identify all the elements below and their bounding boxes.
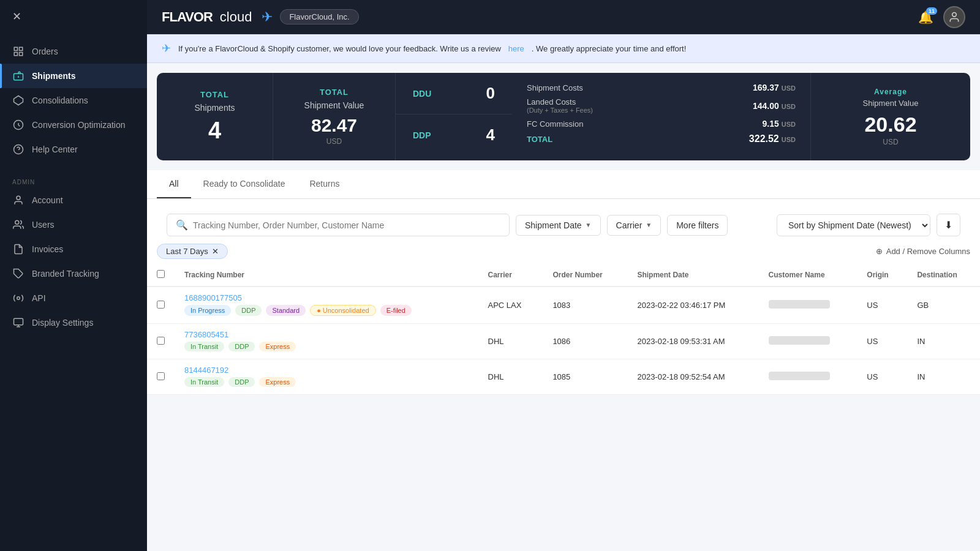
average-card: Average Shipment Value 20.62 USD <box>811 73 970 160</box>
total-value-card: TOTAL Shipment Value 82.47 USD <box>273 73 396 160</box>
total-costs-label: TOTAL <box>527 135 552 144</box>
svg-point-10 <box>17 196 20 200</box>
sidebar-item-invoices[interactable]: Invoices <box>0 237 147 261</box>
admin-nav: ADMIN Account Users Invoices Branded Tra… <box>0 168 147 341</box>
logo-flavor: FLAVOR <box>162 9 213 25</box>
row-checkbox[interactable] <box>157 301 165 309</box>
fc-commission-row: FC Commission 9.15 USD <box>527 119 796 129</box>
svg-point-11 <box>15 220 19 224</box>
tracking-link[interactable]: 8144467192 <box>184 365 469 375</box>
tag-standard: Standard <box>266 305 306 316</box>
sidebar-item-label-display-settings: Display Settings <box>32 318 93 328</box>
svg-marker-6 <box>14 96 23 105</box>
shipment-date-filter[interactable]: Shipment Date ▼ <box>516 215 601 236</box>
branded-tracking-icon <box>12 268 24 280</box>
row-checkbox[interactable] <box>157 337 165 345</box>
shipment-costs-row: Shipment Costs 169.37 USD <box>527 83 796 92</box>
ddp-row: DDP 4 <box>396 114 512 156</box>
col-carrier: Carrier <box>478 264 543 287</box>
select-all-checkbox[interactable] <box>157 270 165 278</box>
tab-all[interactable]: All <box>157 170 191 198</box>
total-costs-value: 322.52 USD <box>749 133 796 144</box>
sidebar-item-shipments[interactable]: Shipments <box>0 64 147 88</box>
more-filters-button[interactable]: More filters <box>667 215 728 236</box>
search-icon: 🔍 <box>176 219 188 231</box>
logo-cloud: cloud <box>220 9 252 25</box>
date-chip-close-icon[interactable]: ✕ <box>212 247 219 256</box>
shipments-table-container: Tracking Number Carrier Order Number Shi… <box>147 264 980 395</box>
table-body: 1688900177505In ProgressDDPStandard●Unco… <box>147 287 980 395</box>
tab-returns[interactable]: Returns <box>297 170 352 198</box>
topbar: FLAVORcloud ✈ FlavorCloud, Inc. 🔔 11 <box>147 0 980 34</box>
topbar-right: 🔔 11 <box>918 6 965 28</box>
tracking-link[interactable]: 1688900177505 <box>184 293 469 302</box>
sidebar-item-display-settings[interactable]: Display Settings <box>0 310 147 335</box>
sidebar-item-consolidations[interactable]: Consolidations <box>0 88 147 113</box>
more-filters-label: More filters <box>676 220 718 230</box>
add-remove-columns-button[interactable]: ⊕ Add / Remove Columns <box>876 247 970 256</box>
sidebar-item-label-consolidations: Consolidations <box>32 96 88 105</box>
avatar-button[interactable] <box>943 6 965 28</box>
sidebar-item-api[interactable]: API <box>0 286 147 310</box>
col-origin: Origin <box>857 264 907 287</box>
shipment-costs-label: Shipment Costs <box>527 83 583 92</box>
sort-select[interactable]: Sort by Shipment Date (Newest)Sort by Sh… <box>777 214 930 236</box>
api-icon <box>12 292 24 304</box>
sidebar-header: ✕ <box>0 0 147 33</box>
row-checkbox[interactable] <box>157 372 165 380</box>
company-selector[interactable]: FlavorCloud, Inc. <box>280 9 358 24</box>
search-input[interactable] <box>193 220 500 230</box>
content-area: ✈ If you're a FlavorCloud & Shopify cust… <box>147 34 980 551</box>
sidebar-item-label-invoices: Invoices <box>32 244 63 254</box>
sidebar-item-label-api: API <box>32 293 46 303</box>
close-button[interactable]: ✕ <box>12 10 21 23</box>
shipments-icon <box>12 70 24 82</box>
total-costs-row: TOTAL 322.52 USD <box>527 133 796 144</box>
banner-link[interactable]: here <box>508 44 524 53</box>
total-value-currency: USD <box>326 137 342 146</box>
main-area: FLAVORcloud ✈ FlavorCloud, Inc. 🔔 11 ✈ I… <box>147 0 980 551</box>
cell-destination: IN <box>907 324 980 359</box>
carrier-filter[interactable]: Carrier ▼ <box>607 215 662 236</box>
banner-text-before: If you're a FlavorCloud & Shopify custom… <box>178 44 501 53</box>
tag-ddp: DDP <box>228 377 255 387</box>
cell-shipment-date: 2023-02-18 09:52:54 AM <box>627 359 758 395</box>
cell-order-number: 1083 <box>543 287 627 324</box>
tab-ready-to-consolidate[interactable]: Ready to Consolidate <box>191 170 298 198</box>
sidebar-item-help[interactable]: Help Center <box>0 137 147 162</box>
sidebar-item-label-orders: Orders <box>32 47 58 56</box>
add-cols-circle-icon: ⊕ <box>876 247 883 256</box>
ddp-value: 4 <box>486 126 495 144</box>
search-box[interactable]: 🔍 <box>167 214 510 236</box>
download-button[interactable]: ⬇ <box>937 214 960 236</box>
cell-origin: US <box>857 287 907 324</box>
tracking-link[interactable]: 7736805451 <box>184 330 469 339</box>
cell-customer-name <box>759 359 858 395</box>
consolidations-icon <box>12 94 24 107</box>
filters-row: 🔍 Shipment Date ▼ Carrier ▼ More filters… <box>157 206 970 241</box>
sidebar-item-users[interactable]: Users <box>0 212 147 237</box>
cost-table: Shipment Costs 169.37 USD Landed Costs (… <box>512 73 811 160</box>
conversion-icon <box>12 119 24 131</box>
svg-rect-3 <box>20 53 23 56</box>
sidebar-item-conversion[interactable]: Conversion Optimization <box>0 113 147 137</box>
sidebar-item-orders[interactable]: Orders <box>0 39 147 64</box>
table-row: 8144467192In TransitDDPExpressDHL1085202… <box>147 359 980 395</box>
help-icon <box>12 143 24 156</box>
sidebar-item-label-conversion: Conversion Optimization <box>32 120 126 130</box>
banner-icon: ✈ <box>162 42 171 55</box>
carrier-chevron-icon: ▼ <box>646 222 652 228</box>
table-header: Tracking Number Carrier Order Number Shi… <box>147 264 980 287</box>
customer-name-blurred <box>769 336 830 345</box>
customer-name-blurred <box>769 300 830 309</box>
ddu-value: 0 <box>486 84 495 103</box>
carrier-label: Carrier <box>616 220 643 230</box>
svg-rect-1 <box>20 47 23 50</box>
date-chip[interactable]: Last 7 Days ✕ <box>157 244 228 259</box>
sidebar-item-label-branded-tracking: Branded Tracking <box>32 269 99 279</box>
customer-name-blurred <box>769 372 830 380</box>
notifications-button[interactable]: 🔔 11 <box>918 10 933 24</box>
sidebar-item-account[interactable]: Account <box>0 188 147 212</box>
col-customer-name: Customer Name <box>759 264 858 287</box>
sidebar-item-branded-tracking[interactable]: Branded Tracking <box>0 261 147 286</box>
